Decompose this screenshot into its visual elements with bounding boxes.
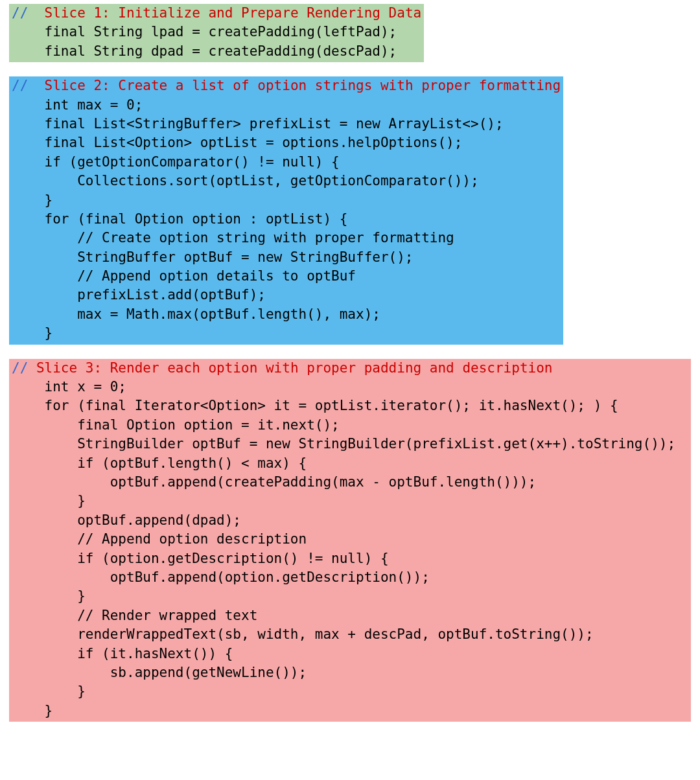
comment-slashes-2: // (12, 78, 28, 93)
slice-3: // Slice 3: Render each option with prop… (9, 359, 691, 722)
comment-slashes-3: // (12, 360, 28, 376)
slice-3-title: Slice 3: Render each option with proper … (28, 360, 552, 376)
comment-slashes-1: // (12, 5, 28, 21)
slice-2-title: Slice 2: Create a list of option strings… (28, 78, 561, 93)
slice-2-body: int max = 0; final List<StringBuffer> pr… (12, 97, 504, 341)
slice-1-body: final String lpad = createPadding(leftPa… (12, 24, 397, 58)
slice-1-title: Slice 1: Initialize and Prepare Renderin… (28, 5, 421, 21)
slice-3-body: int x = 0; for (final Iterator<Option> i… (12, 379, 675, 718)
slice-1: // Slice 1: Initialize and Prepare Rende… (9, 4, 424, 62)
slice-2: // Slice 2: Create a list of option stri… (9, 76, 563, 344)
